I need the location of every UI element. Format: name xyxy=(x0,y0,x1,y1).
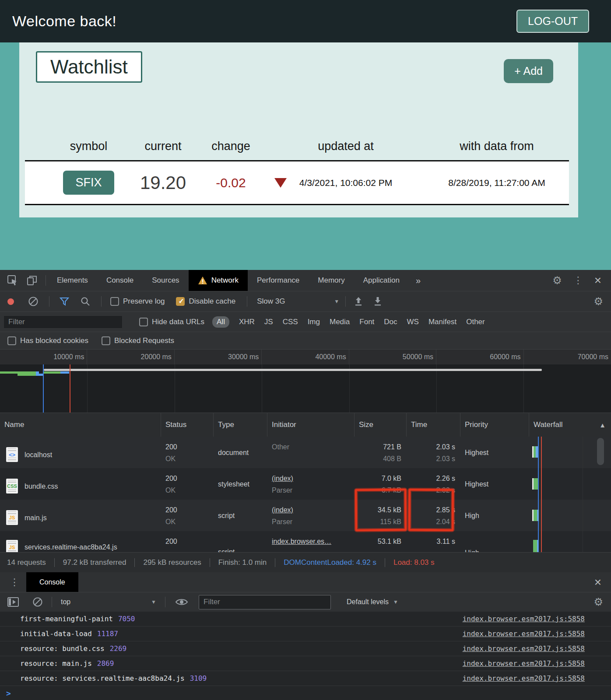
request-row-main-js[interactable]: JS main.js 200OK script (index)Parser 34… xyxy=(0,500,611,531)
filter-chip-ws[interactable]: WS xyxy=(407,318,419,326)
filter-chip-other[interactable]: Other xyxy=(466,318,485,326)
initiator-link[interactable]: (index) xyxy=(272,504,355,516)
blocked-requests-checkbox[interactable]: Blocked Requests xyxy=(102,336,174,345)
source-link[interactable]: index.browser.esm2017.js:5858 xyxy=(463,674,585,682)
header-type[interactable]: Type xyxy=(214,413,267,437)
context-select[interactable]: top ▼ xyxy=(61,598,156,606)
close-icon[interactable]: × xyxy=(594,576,601,588)
source-link[interactable]: index.browser.esm2017.js:5858 xyxy=(463,644,585,653)
add-symbol-button[interactable]: + Add xyxy=(504,59,553,83)
console-messages: first-meaningful-paint 7050 index.browse… xyxy=(0,612,611,686)
filter-chip-media[interactable]: Media xyxy=(330,318,350,326)
filter-funnel-icon[interactable] xyxy=(59,296,70,307)
requests-count: 14 requests xyxy=(0,558,54,567)
header-size[interactable]: Size xyxy=(355,413,407,437)
log-levels-select[interactable]: Default levels ▼ xyxy=(347,598,398,606)
tab-console-drawer[interactable]: Console xyxy=(26,572,78,592)
record-icon[interactable] xyxy=(7,298,14,305)
source-link[interactable]: index.browser.esm2017.js:5858 xyxy=(463,615,585,623)
network-filter-input[interactable] xyxy=(4,315,123,329)
device-toolbar-icon[interactable] xyxy=(26,275,38,286)
initiator-link[interactable]: (index) xyxy=(272,472,355,484)
time: 2.26 s xyxy=(411,472,455,484)
header-time[interactable]: Time xyxy=(407,413,460,437)
filter-chip-all[interactable]: All xyxy=(212,316,229,328)
request-row-bundle-css[interactable]: CSS bundle.css 200OK stylesheet (index)P… xyxy=(0,468,611,500)
checkbox-unchecked[interactable] xyxy=(102,336,110,345)
waterfall-bar[interactable] xyxy=(533,540,538,552)
console-filter-input[interactable] xyxy=(199,595,331,609)
watchlist-header-row: symbol current change updated at with da… xyxy=(25,140,569,153)
initiator: Other xyxy=(272,441,355,453)
network-settings-gear-icon[interactable]: ⚙ xyxy=(593,296,603,307)
checkbox-unchecked[interactable] xyxy=(110,297,119,306)
console-prompt[interactable]: > xyxy=(0,686,611,700)
import-har-icon[interactable] xyxy=(354,296,363,307)
filter-chip-doc[interactable]: Doc xyxy=(384,318,397,326)
scrollbar-thumb[interactable] xyxy=(597,438,604,465)
hide-data-urls-checkbox[interactable]: Hide data URLs xyxy=(139,318,204,326)
search-icon[interactable] xyxy=(80,296,91,307)
request-type: script xyxy=(214,500,267,531)
source-link[interactable]: index.browser.esm2017.js:5858 xyxy=(463,630,585,638)
tab-memory[interactable]: Memory xyxy=(309,270,354,291)
checkbox-checked[interactable] xyxy=(176,297,185,306)
divider xyxy=(101,296,102,307)
header-initiator[interactable]: Initiator xyxy=(267,413,355,437)
more-tabs-chevron[interactable]: » xyxy=(409,276,428,286)
kebab-menu-icon[interactable]: ⋮ xyxy=(10,577,19,588)
checkbox-unchecked[interactable] xyxy=(139,318,148,326)
tab-performance[interactable]: Performance xyxy=(248,270,309,291)
clear-console-icon[interactable] xyxy=(32,597,43,607)
waterfall-bar[interactable] xyxy=(532,478,538,490)
filter-chip-css[interactable]: CSS xyxy=(283,318,298,326)
has-blocked-cookies-checkbox[interactable]: Has blocked cookies xyxy=(7,336,88,345)
waterfall-bar[interactable] xyxy=(532,510,539,521)
export-har-icon[interactable] xyxy=(373,296,383,307)
filter-chip-font[interactable]: Font xyxy=(359,318,374,326)
console-settings-gear-icon[interactable]: ⚙ xyxy=(593,597,603,607)
network-summary-bar: 14 requests 97.2 kB transferred 295 kB r… xyxy=(0,552,611,572)
tab-elements[interactable]: Elements xyxy=(48,270,97,291)
header-priority[interactable]: Priority xyxy=(460,413,529,437)
waterfall-bar[interactable] xyxy=(532,446,538,458)
message-text: resource: bundle.css xyxy=(20,644,105,653)
disable-cache-checkbox[interactable]: Disable cache xyxy=(176,297,235,306)
down-triangle-icon xyxy=(274,178,287,188)
inspect-element-icon[interactable] xyxy=(7,275,18,286)
filter-chip-js[interactable]: JS xyxy=(264,318,273,326)
header-waterfall[interactable]: Waterfall ▲ xyxy=(529,413,611,437)
clear-icon[interactable] xyxy=(28,296,39,307)
filter-chip-manifest[interactable]: Manifest xyxy=(428,318,456,326)
logout-button[interactable]: LOG-OUT xyxy=(516,10,589,33)
header-name[interactable]: Name xyxy=(0,413,161,437)
kebab-menu-icon[interactable]: ⋮ xyxy=(573,275,583,286)
filter-chip-xhr[interactable]: XHR xyxy=(239,318,255,326)
divider xyxy=(49,296,49,307)
timeline-request-bar xyxy=(18,374,36,376)
col-with-data-from: with data from xyxy=(422,140,571,153)
source-link[interactable]: index.browser.esm2017.js:5858 xyxy=(463,659,585,668)
preserve-log-checkbox[interactable]: Preserve log xyxy=(110,297,165,306)
tab-network[interactable]: Network xyxy=(189,270,248,291)
tab-application[interactable]: Application xyxy=(354,270,409,291)
request-row-services-realtime[interactable]: JS services.realtime-aac8ba24.js 200 scr… xyxy=(0,531,611,552)
tab-console[interactable]: Console xyxy=(97,270,143,291)
tab-sources[interactable]: Sources xyxy=(143,270,188,291)
initiator-link[interactable]: index.browser.es… xyxy=(272,536,355,547)
request-row-localhost[interactable]: <> localhost 200OK document Other 721 B4… xyxy=(0,437,611,468)
close-icon[interactable]: × xyxy=(594,274,601,287)
filter-chip-img[interactable]: Img xyxy=(308,318,320,326)
eye-icon[interactable] xyxy=(175,597,188,607)
priority: High xyxy=(460,500,529,531)
size: 53.1 kB xyxy=(359,536,401,547)
symbol-badge[interactable]: SFIX xyxy=(63,171,114,195)
message-value: 11187 xyxy=(97,630,118,638)
divider xyxy=(247,296,247,307)
checkbox-unchecked[interactable] xyxy=(7,336,16,345)
header-status[interactable]: Status xyxy=(161,413,214,437)
console-sidebar-icon[interactable] xyxy=(7,596,19,608)
settings-gear-icon[interactable]: ⚙ xyxy=(552,275,562,286)
timeline-overview[interactable] xyxy=(0,364,611,413)
throttling-select[interactable]: Slow 3G ▼ xyxy=(257,297,339,306)
